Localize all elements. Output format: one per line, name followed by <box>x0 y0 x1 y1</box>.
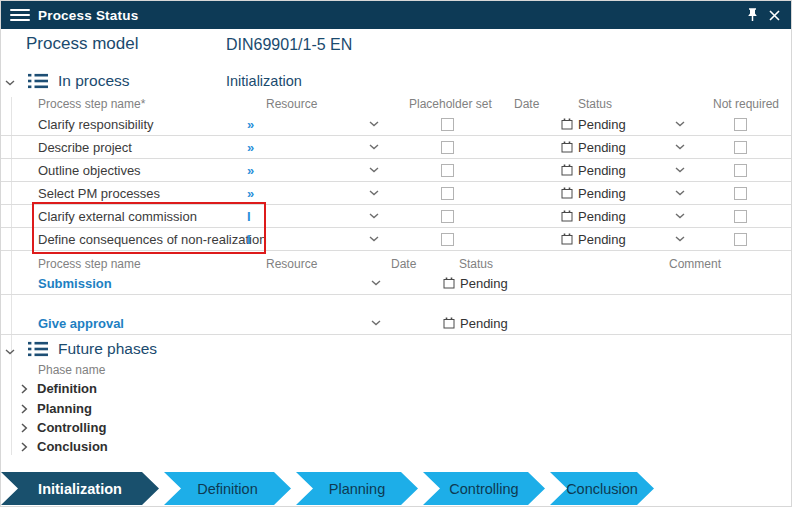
submission-link[interactable]: Submission <box>38 272 112 294</box>
table-row: Describe project » Pending <box>1 136 792 159</box>
current-phase-label: Initialization <box>226 73 302 89</box>
table-row: Give approval Pending <box>1 312 792 335</box>
section-title-future-phases: Future phases <box>58 340 157 358</box>
resource-link[interactable]: » <box>247 136 254 158</box>
not-required-checkbox[interactable] <box>734 141 747 154</box>
process-model-value: DIN69901/1-5 EN <box>226 36 352 54</box>
status-value: Pending <box>578 186 626 201</box>
col-header-date: Date <box>391 257 416 271</box>
table-row: Select PM processes » Pending <box>1 182 792 205</box>
ribbon-segment-planning[interactable]: Planning <box>296 472 418 505</box>
process-step-name: Clarify responsibility <box>38 113 154 135</box>
resource-link[interactable]: I <box>247 228 251 250</box>
status-value: Pending <box>578 117 626 132</box>
col-header-date: Date <box>514 97 539 111</box>
col-header-phase-name: Phase name <box>38 363 105 377</box>
calendar-icon[interactable] <box>561 210 573 222</box>
not-required-checkbox[interactable] <box>734 118 747 131</box>
placeholder-set-checkbox[interactable] <box>441 164 454 177</box>
phase-row: Conclusion <box>1 437 301 456</box>
placeholder-set-checkbox[interactable] <box>441 141 454 154</box>
process-step-name: Clarify external commission <box>38 205 197 227</box>
resource-link[interactable]: » <box>247 182 254 204</box>
ribbon-segment-initialization[interactable]: Initialization <box>1 472 159 505</box>
phase-name: Conclusion <box>37 439 108 454</box>
collapse-chevron-icon[interactable] <box>5 77 19 89</box>
ribbon-segment-controlling[interactable]: Controlling <box>423 472 545 505</box>
collapse-chevron-icon[interactable] <box>5 346 19 358</box>
ribbon-segment-conclusion[interactable]: Conclusion <box>550 472 654 505</box>
table-row: Clarify responsibility » Pending <box>1 113 792 136</box>
chevron-down-icon[interactable] <box>675 113 685 135</box>
placeholder-set-checkbox[interactable] <box>441 233 454 246</box>
phase-name: Planning <box>37 401 92 416</box>
calendar-icon[interactable] <box>561 187 573 199</box>
resource-link[interactable]: I <box>247 205 251 227</box>
chevron-down-icon[interactable] <box>369 136 379 158</box>
expand-chevron-icon[interactable] <box>21 442 28 452</box>
chevron-down-icon[interactable] <box>369 113 379 135</box>
list-icon <box>28 73 48 93</box>
calendar-icon[interactable] <box>561 118 573 130</box>
chevron-down-icon[interactable] <box>371 312 381 334</box>
chevron-down-icon[interactable] <box>675 205 685 227</box>
status-value: Pending <box>578 232 626 247</box>
calendar-icon[interactable] <box>443 317 455 329</box>
calendar-icon[interactable] <box>561 233 573 245</box>
placeholder-set-checkbox[interactable] <box>441 210 454 223</box>
status-value: Pending <box>460 276 508 291</box>
table-row: Submission Pending <box>1 272 792 295</box>
expand-chevron-icon[interactable] <box>21 404 28 414</box>
calendar-icon[interactable] <box>561 141 573 153</box>
chevron-down-icon[interactable] <box>675 159 685 181</box>
not-required-checkbox[interactable] <box>734 164 747 177</box>
col-header-step-name: Process step name <box>38 257 141 271</box>
not-required-checkbox[interactable] <box>734 210 747 223</box>
chevron-down-icon[interactable] <box>371 272 381 294</box>
chevron-down-icon[interactable] <box>675 182 685 204</box>
col-header-comment: Comment <box>669 257 721 271</box>
chevron-down-icon[interactable] <box>369 182 379 204</box>
col-header-status: Status <box>459 257 493 271</box>
calendar-icon[interactable] <box>561 164 573 176</box>
pin-icon[interactable] <box>741 4 763 26</box>
phase-ribbon: Initialization Definition Planning Contr… <box>1 472 792 505</box>
ribbon-segment-definition[interactable]: Definition <box>164 472 291 505</box>
col-header-placeholder-set: Placeholder set <box>409 97 492 111</box>
resource-link[interactable]: » <box>247 113 254 135</box>
status-value: Pending <box>460 316 508 331</box>
table-row: Outline objectives » Pending <box>1 159 792 182</box>
chevron-down-icon[interactable] <box>675 136 685 158</box>
process-step-name: Describe project <box>38 136 132 158</box>
table-row-highlighted: Define consequences of non-realization I… <box>1 228 792 251</box>
resource-link[interactable]: » <box>247 159 254 181</box>
calendar-icon[interactable] <box>443 277 455 289</box>
process-step-name: Select PM processes <box>38 182 160 204</box>
phase-name: Definition <box>37 381 97 396</box>
phase-row: Controlling <box>1 418 301 437</box>
expand-chevron-icon[interactable] <box>21 423 28 433</box>
close-icon[interactable] <box>763 4 785 26</box>
phase-name: Controlling <box>37 420 106 435</box>
give-approval-link[interactable]: Give approval <box>38 312 124 334</box>
chevron-down-icon[interactable] <box>675 228 685 250</box>
chevron-down-icon[interactable] <box>369 228 379 250</box>
col-header-resource: Resource <box>266 257 317 271</box>
status-value: Pending <box>578 140 626 155</box>
table-row-highlighted: Clarify external commission I Pending <box>1 205 792 228</box>
not-required-checkbox[interactable] <box>734 187 747 200</box>
placeholder-set-checkbox[interactable] <box>441 187 454 200</box>
expand-chevron-icon[interactable] <box>21 384 28 394</box>
placeholder-set-checkbox[interactable] <box>441 118 454 131</box>
status-value: Pending <box>578 163 626 178</box>
col-header-step-name: Process step name* <box>38 97 145 111</box>
chevron-down-icon[interactable] <box>369 159 379 181</box>
menu-icon[interactable] <box>10 9 30 22</box>
chevron-down-icon[interactable] <box>369 205 379 227</box>
window-title: Process Status <box>38 8 138 23</box>
col-header-not-required: Not required <box>713 97 779 111</box>
process-step-name: Outline objectives <box>38 159 141 181</box>
list-icon <box>28 341 48 361</box>
not-required-checkbox[interactable] <box>734 233 747 246</box>
process-status-panel: Process Status Process model DIN69901/1-… <box>0 0 792 507</box>
